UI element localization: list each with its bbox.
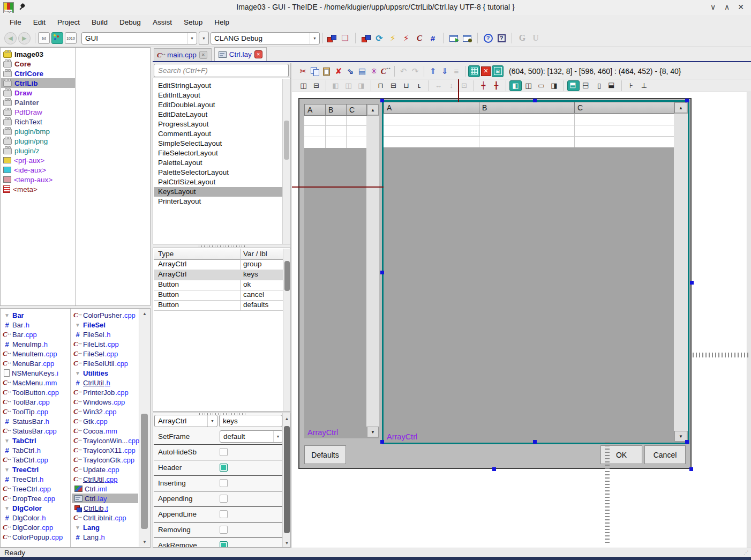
property-checkbox[interactable] bbox=[220, 510, 228, 518]
package-item-ide-aux[interactable]: <ide-aux> bbox=[1, 165, 76, 175]
menu-file[interactable]: File bbox=[4, 17, 27, 28]
file-item-menuitem-cpp[interactable]: C⁺⁺MenuItem.cpp bbox=[1, 349, 70, 359]
layout-item-fileselectorlayout[interactable]: FileSelectorLayout bbox=[154, 148, 282, 158]
anchor-hcenter-icon[interactable]: ◫ bbox=[522, 80, 535, 91]
table-scrollbar[interactable] bbox=[283, 249, 291, 411]
file-item-update-cpp[interactable]: C⁺⁺Update.cpp bbox=[72, 465, 138, 474]
scroll-track[interactable] bbox=[674, 114, 688, 431]
table-scrollbar-thumb[interactable] bbox=[284, 261, 290, 291]
redo-icon[interactable]: ↷ bbox=[409, 65, 421, 77]
file-item-gtk-cpp[interactable]: C⁺⁺Gtk.cpp bbox=[72, 416, 138, 426]
file-item-ctrllib-t[interactable]: CtrlLib.t bbox=[72, 503, 138, 513]
install-package-icon[interactable] bbox=[326, 32, 337, 44]
menu-debug[interactable]: Debug bbox=[114, 17, 146, 28]
source-file-icon[interactable]: ▤ bbox=[356, 65, 368, 77]
scroll-track[interactable] bbox=[366, 116, 379, 427]
layout-item-editintlayout[interactable]: EditIntLayout bbox=[154, 91, 282, 100]
widget-row-cancel[interactable]: Buttoncancel bbox=[154, 290, 283, 301]
file-item-bar-cpp[interactable]: C⁺⁺Bar.cpp bbox=[1, 330, 70, 339]
file-item-statusbar-cpp[interactable]: C⁺⁺StatusBar.cpp bbox=[1, 426, 70, 436]
build-flags-icon[interactable] bbox=[360, 32, 372, 44]
run-debug-icon[interactable] bbox=[461, 32, 473, 44]
cancel-button[interactable]: Cancel bbox=[644, 445, 686, 464]
file-item-statusbar-h[interactable]: #StatusBar.h bbox=[1, 416, 70, 426]
text-mode-icon[interactable]: txt bbox=[38, 32, 50, 44]
layout-item-editdoublelayout[interactable]: EditDoubleLayout bbox=[154, 100, 282, 110]
grid-toggle-icon[interactable] bbox=[468, 65, 480, 77]
sort-items-icon[interactable]: ≡ bbox=[450, 65, 462, 77]
package-item-painter[interactable]: Painter bbox=[1, 98, 76, 107]
sync-package-icon[interactable]: ⟳ bbox=[373, 32, 385, 44]
file-item-tabctrl-h[interactable]: #TabCtrl.h bbox=[1, 445, 70, 455]
align-centers-icon[interactable]: ◫ bbox=[342, 80, 355, 91]
package-item-pdfdraw[interactable]: PdfDraw bbox=[1, 107, 76, 117]
search-input[interactable] bbox=[154, 64, 289, 77]
property-appendline[interactable]: AppendLine bbox=[154, 506, 283, 522]
undo-icon[interactable]: ↶ bbox=[397, 65, 409, 77]
package-item-prj-aux[interactable]: <prj-aux> bbox=[1, 155, 76, 165]
file-item-treectrl-cpp[interactable]: C⁺⁺TreeCtrl.cpp bbox=[1, 484, 70, 494]
scroll-up-icon[interactable]: ▲ bbox=[674, 102, 687, 113]
binary-mode-icon[interactable]: 1010 bbox=[65, 32, 77, 44]
spring-vert-icon[interactable]: ⊥ bbox=[638, 80, 650, 91]
layout-canvas[interactable]: ABC▲▼ArrayCtrl ABC▲▼ArrayCtrl Defaults O… bbox=[292, 92, 751, 548]
property-checkbox[interactable] bbox=[220, 479, 228, 487]
package-item-ctrllib[interactable]: CtrlLib bbox=[1, 78, 76, 88]
package-item-ctrlcore[interactable]: CtrlCore bbox=[1, 69, 76, 78]
file-group-lang[interactable]: ▼Lang bbox=[72, 522, 138, 532]
paste-icon[interactable] bbox=[321, 65, 333, 77]
property-checkbox[interactable] bbox=[220, 448, 228, 456]
layout-item-progresslayout[interactable]: ProgressLayout bbox=[154, 120, 282, 129]
file-item-fileselutil-cpp[interactable]: C⁺⁺FileSelUtil.cpp bbox=[72, 359, 138, 368]
file-item-filesel-h[interactable]: #FileSel.h bbox=[72, 330, 138, 339]
anchor-vcenter-icon[interactable]: ◫ bbox=[580, 80, 592, 91]
file-item-dlgcolor-cpp[interactable]: C⁺⁺DlgColor.cpp bbox=[1, 522, 70, 532]
move-up-icon[interactable]: ⇑ bbox=[427, 65, 439, 77]
file-item-toolbar-cpp[interactable]: C⁺⁺ToolBar.cpp bbox=[1, 397, 70, 407]
defaults-button[interactable]: Defaults bbox=[304, 445, 346, 464]
layout-item-editdatelayout[interactable]: EditDateLayout bbox=[154, 110, 282, 120]
maximize-button[interactable]: ∧ bbox=[721, 3, 733, 12]
file-group-filesel[interactable]: ▼FileSel bbox=[72, 320, 138, 330]
package-item-richtext[interactable]: RichText bbox=[1, 117, 76, 126]
file-item-ctrlutil-cpp[interactable]: C⁺⁺CtrlUtil.cpp bbox=[72, 474, 138, 484]
file-item-nsmenukeys-i[interactable]: NSMenuKeys.i bbox=[1, 368, 70, 378]
layout-item-paletteselectorlayout[interactable]: PaletteSelectorLayout bbox=[154, 168, 282, 177]
menu-project[interactable]: Project bbox=[52, 17, 85, 28]
file-item-ctrllibinit-cpp[interactable]: C⁺⁺CtrlLibInit.cpp bbox=[72, 513, 138, 522]
props-scrollbar-thumb[interactable] bbox=[284, 426, 290, 533]
file-group-bar[interactable]: ▼Bar bbox=[1, 310, 70, 320]
file-item-dlgcolor-h[interactable]: #DlgColor.h bbox=[1, 513, 70, 522]
property-header[interactable]: Header bbox=[154, 460, 283, 476]
chevron-down-icon[interactable]: ▼ bbox=[207, 415, 217, 427]
file-item-bar-h[interactable]: #Bar.h bbox=[1, 320, 70, 330]
file-item-win32-cpp[interactable]: C⁺⁺Win32.cpp bbox=[72, 407, 138, 416]
menu-edit[interactable]: Edit bbox=[28, 17, 51, 28]
package-item-plugin-bmp[interactable]: plugin/bmp bbox=[1, 126, 76, 136]
resize-handle[interactable] bbox=[380, 271, 384, 274]
same-height-icon[interactable]: ↕ bbox=[445, 80, 457, 91]
column-header-b[interactable]: B bbox=[479, 102, 575, 114]
chevron-down-icon[interactable]: ▼ bbox=[310, 33, 319, 44]
compile-file-icon[interactable]: C bbox=[414, 32, 425, 44]
preprocess-file-icon[interactable]: # bbox=[427, 32, 439, 44]
file-item-ctrl-iml[interactable]: Ctrl.iml bbox=[72, 484, 138, 494]
file-item-lang-h[interactable]: #Lang.h bbox=[72, 532, 138, 542]
property-checkbox[interactable] bbox=[220, 464, 228, 472]
property-checkbox[interactable] bbox=[220, 526, 228, 534]
goto-u-icon[interactable]: U bbox=[530, 32, 542, 44]
layout-item-printerlayout[interactable]: PrinterLayout bbox=[154, 197, 282, 206]
widget-row-group[interactable]: ArrayCtrlgroup bbox=[154, 259, 283, 270]
property-checkbox[interactable] bbox=[220, 541, 228, 548]
file-item-droptree-cpp[interactable]: C⁺⁺DropTree.cpp bbox=[1, 494, 70, 503]
align-right-edges-icon[interactable]: ◨ bbox=[355, 80, 367, 91]
layout-item-palettelayout[interactable]: PaletteLayout bbox=[154, 158, 282, 168]
file-group-treectrl[interactable]: ▼TreeCtrl bbox=[1, 465, 70, 474]
label-align-icon[interactable]: ʟ bbox=[413, 80, 425, 91]
file-group-utilities[interactable]: ▼Utilities bbox=[72, 368, 138, 378]
chevron-down-icon[interactable]: ▼ bbox=[187, 33, 197, 44]
resize-layout-icon[interactable]: ⇘ bbox=[344, 65, 356, 77]
column-header-c[interactable]: C bbox=[346, 104, 367, 116]
package-item-temp-aux[interactable]: <temp-aux> bbox=[1, 175, 76, 184]
property-askremove[interactable]: AskRemove bbox=[154, 537, 283, 548]
